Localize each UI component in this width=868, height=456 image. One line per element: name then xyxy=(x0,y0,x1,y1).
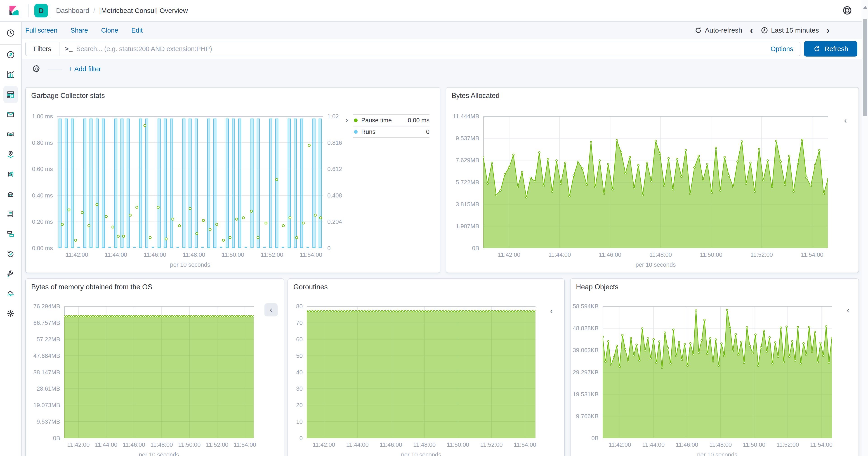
refresh-button[interactable]: Refresh xyxy=(804,41,857,57)
dev-tools-icon xyxy=(6,269,16,279)
os-memory-chart: 76.294MB66.757MB57.22MB47.684MB38.147MB2… xyxy=(26,279,284,456)
legend-expand-chevron[interactable]: ‹ xyxy=(847,306,849,314)
options-link[interactable]: Options xyxy=(764,45,800,53)
legend-expand-chevron[interactable]: ‹ xyxy=(550,307,553,315)
sidebar-item-stack-monitoring[interactable] xyxy=(0,284,22,304)
legend-dot xyxy=(354,118,358,122)
time-range-button[interactable]: Last 15 minutes xyxy=(761,26,819,34)
sidebar-item-management[interactable] xyxy=(0,304,22,323)
chart-plot-area[interactable] xyxy=(307,306,535,438)
chart-plot-area[interactable] xyxy=(602,306,832,438)
legend-expand-chevron[interactable]: ‹ xyxy=(844,116,847,125)
sidebar-item-dashboard[interactable] xyxy=(0,85,22,105)
auto-refresh-icon xyxy=(694,26,702,34)
y-axis-right-tick-label: 1.02 xyxy=(327,113,339,120)
sidebar-item-siem[interactable] xyxy=(0,224,22,244)
breadcrumb-dashboard[interactable]: Dashboard xyxy=(56,7,89,15)
filter-settings-button[interactable] xyxy=(31,63,41,75)
help-button[interactable] xyxy=(842,5,852,16)
query-terminal-icon: >_ xyxy=(65,45,73,53)
x-axis-unit-label: per 10 seconds xyxy=(123,451,195,456)
x-axis-tick-label: 11:48:00 xyxy=(639,251,682,258)
legend-row[interactable]: Pause time0.00 ms xyxy=(353,114,430,126)
y-axis-tick-label: 70 xyxy=(288,319,303,326)
chart-plot-area[interactable] xyxy=(64,306,254,438)
sidebar-item-recently-viewed[interactable] xyxy=(0,22,22,44)
sidebar-item-logs[interactable] xyxy=(0,204,22,224)
siem-icon xyxy=(6,229,16,239)
legend-collapse-chevron[interactable]: › xyxy=(345,116,348,124)
sidebar-item-infrastructure[interactable] xyxy=(0,184,22,204)
full-screen-link[interactable]: Full screen xyxy=(25,27,57,34)
scrollbar-up-arrow-icon[interactable] xyxy=(863,6,868,9)
sidebar-item-maps[interactable] xyxy=(0,144,22,164)
y-axis-tick-label: 3.815MB xyxy=(446,201,479,208)
legend-expand-chevron[interactable]: ‹ xyxy=(265,303,278,316)
visualize-icon xyxy=(6,70,16,79)
y-axis-tick-label: 19.531KB xyxy=(570,391,598,398)
filter-bar-row: + Add filter xyxy=(22,59,868,79)
share-link[interactable]: Share xyxy=(70,27,88,34)
x-axis-unit-label: per 10 seconds xyxy=(620,261,692,268)
chart-plot-area[interactable] xyxy=(483,116,828,248)
add-filter-link[interactable]: + Add filter xyxy=(69,65,101,73)
y-axis-tick-label: 76.294MB xyxy=(26,303,60,310)
y-axis-tick-label: 66.757MB xyxy=(26,319,60,326)
y-axis-tick-label: 40 xyxy=(288,369,303,376)
sidebar-item-machine-learning[interactable] xyxy=(0,124,22,144)
x-axis-tick-label: 11:44:00 xyxy=(538,251,581,258)
goroutines-chart: 8070605040302010011:42:0011:44:0011:46:0… xyxy=(288,279,564,456)
discover-icon xyxy=(6,50,16,59)
logs-icon xyxy=(6,209,16,219)
apm-icon xyxy=(6,169,16,179)
y-axis-tick-label: 9.537MB xyxy=(446,135,479,142)
side-navigation xyxy=(0,22,22,456)
breadcrumb-separator: / xyxy=(93,7,95,15)
chart-plot-area[interactable] xyxy=(57,116,323,248)
dashboard-menu-bar: Full screen Share Clone Edit Auto-refres… xyxy=(22,22,868,39)
filters-button[interactable]: Filters xyxy=(26,42,59,56)
time-back-button[interactable]: ‹ xyxy=(750,26,753,35)
x-axis-tick-label: 11:54:00 xyxy=(800,441,843,448)
y-axis-tick-label: 0B xyxy=(26,434,60,442)
kibana-logo[interactable] xyxy=(0,0,28,22)
heap-objects-chart: 58.594KB48.828KB39.063KB29.297KB19.531KB… xyxy=(570,279,859,456)
panel-goroutines: Goroutines 8070605040302010011:42:0011:4… xyxy=(287,279,565,456)
y-axis-tick-label: 9.766KB xyxy=(570,412,598,420)
y-axis-tick-label: 28.61MB xyxy=(26,385,60,392)
x-axis-tick-label: 11:54:00 xyxy=(791,251,834,258)
search-input[interactable] xyxy=(76,42,764,56)
sidebar-item-apm[interactable] xyxy=(0,164,22,184)
maps-icon xyxy=(6,149,16,159)
y-axis-tick-label: 5.722MB xyxy=(446,179,479,186)
edit-link[interactable]: Edit xyxy=(131,27,143,34)
y-axis-tick-label: 58.594KB xyxy=(570,303,598,310)
scrollbar-thumb[interactable] xyxy=(863,19,867,116)
dashboard-badge[interactable]: D xyxy=(34,4,48,18)
sidebar-item-canvas[interactable] xyxy=(0,105,22,124)
panel-garbage-collector-stats: Garbage Collector stats 1.00 ms0.80 ms0.… xyxy=(25,87,440,273)
auto-refresh-button[interactable]: Auto-refresh xyxy=(694,26,742,34)
dashboard-icon xyxy=(6,90,16,99)
sidebar-item-dev-tools[interactable] xyxy=(0,264,22,284)
legend-value: 0.00 ms xyxy=(408,117,430,124)
y-axis-tick-label: 19.073MB xyxy=(26,401,60,409)
x-axis-tick-label: 11:50:00 xyxy=(212,251,254,258)
clone-link[interactable]: Clone xyxy=(101,27,118,34)
y-axis-tick-label: 0.60 ms xyxy=(26,165,53,173)
query-input-container: Filters >_ Options xyxy=(25,41,800,56)
x-axis-unit-label: per 10 seconds xyxy=(681,451,753,456)
y-axis-right-tick-label: 0.408 xyxy=(327,192,342,199)
y-axis-tick-label: 0.20 ms xyxy=(26,218,53,225)
sidebar-item-visualize[interactable] xyxy=(0,65,22,85)
legend-row[interactable]: Runs0 xyxy=(353,126,430,138)
x-axis-tick-label: 11:46:00 xyxy=(133,251,177,258)
time-range-label: Last 15 minutes xyxy=(771,26,819,34)
y-axis-tick-label: 47.684MB xyxy=(26,352,60,360)
page-scrollbar[interactable] xyxy=(862,0,868,456)
y-axis-tick-label: 0.40 ms xyxy=(26,192,53,199)
sidebar-item-discover[interactable] xyxy=(0,45,22,65)
time-forward-button[interactable]: › xyxy=(827,26,830,35)
filter-separator xyxy=(48,69,62,69)
sidebar-item-uptime[interactable] xyxy=(0,244,22,264)
